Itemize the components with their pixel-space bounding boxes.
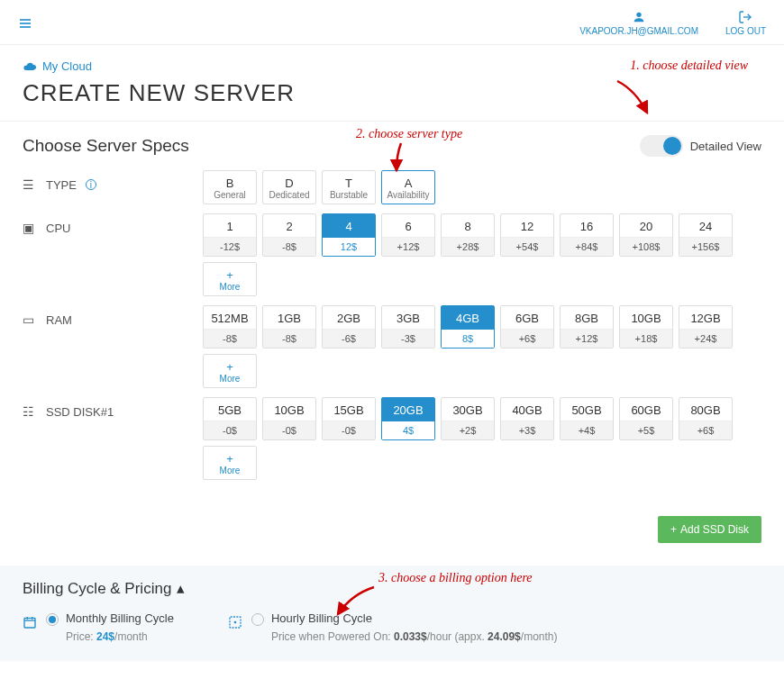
ram-option-6gb[interactable]: 6GB+6$ bbox=[500, 305, 554, 349]
logout-button[interactable]: LOG OUT bbox=[725, 8, 766, 35]
user-email: VKAPOOR.JH@GMAIL.COM bbox=[579, 26, 698, 36]
cpu-option-1[interactable]: 1-12$ bbox=[203, 213, 257, 257]
ssd-option-more[interactable]: +More bbox=[203, 446, 257, 480]
detailed-view-label: Detailed View bbox=[690, 140, 761, 153]
ram-option-12gb[interactable]: 12GB+24$ bbox=[679, 305, 733, 349]
ssd-option-60gb[interactable]: 60GB+5$ bbox=[619, 397, 673, 440]
type-label: TYPE bbox=[46, 178, 77, 192]
ram-option-1gb[interactable]: 1GB-8$ bbox=[262, 305, 316, 349]
ram-option-2gb[interactable]: 2GB-6$ bbox=[322, 305, 376, 349]
ssd-option-10gb[interactable]: 10GB-0$ bbox=[262, 397, 316, 440]
specs-heading: Choose Server Specs bbox=[23, 136, 189, 156]
detailed-view-toggle[interactable] bbox=[640, 135, 683, 157]
cpu-option-2[interactable]: 2-8$ bbox=[262, 213, 316, 257]
spec-row-ram: ▭ RAM 512MB-8$ 1GB-8$ 2GB-6$ 3GB-3$ 4GB8… bbox=[23, 305, 761, 388]
ssd-option-20gb[interactable]: 20GB4$ bbox=[381, 397, 435, 440]
monthly-label: Monthly Billing Cycle bbox=[66, 611, 174, 625]
logout-label: LOG OUT bbox=[725, 26, 766, 36]
billing-section: Billing Cycle & Pricing ▴ 3. choose a bi… bbox=[0, 566, 784, 661]
spec-row-ssd: ☷ SSD DISK#1 5GB-0$ 10GB-0$ 15GB-0$ 20GB… bbox=[23, 397, 761, 480]
cpu-option-12[interactable]: 12+54$ bbox=[500, 213, 554, 257]
cpu-option-6[interactable]: 6+12$ bbox=[381, 213, 435, 257]
cpu-option-24[interactable]: 24+156$ bbox=[679, 213, 733, 257]
chevron-up-icon: ▴ bbox=[177, 579, 185, 598]
ram-option-more[interactable]: +More bbox=[203, 354, 257, 388]
ram-label: RAM bbox=[46, 313, 72, 327]
radio-monthly[interactable] bbox=[46, 613, 59, 626]
monthly-price: Price: 24$/month bbox=[66, 630, 174, 643]
ram-options: 512MB-8$ 1GB-8$ 2GB-6$ 3GB-3$ 4GB8$ 6GB+… bbox=[203, 305, 761, 388]
ssd-options: 5GB-0$ 10GB-0$ 15GB-0$ 20GB4$ 30GB+2$ 40… bbox=[203, 397, 761, 480]
cpu-option-4[interactable]: 412$ bbox=[322, 213, 376, 257]
ram-icon: ▭ bbox=[23, 312, 39, 327]
svg-rect-5 bbox=[24, 618, 35, 628]
ram-option-3gb[interactable]: 3GB-3$ bbox=[381, 305, 435, 349]
billing-heading[interactable]: Billing Cycle & Pricing ▴ bbox=[23, 579, 761, 598]
ssd-option-80gb[interactable]: 80GB+6$ bbox=[679, 397, 733, 440]
cpu-options: 1-12$ 2-8$ 412$ 6+12$ 8+28$ 12+54$ 16+84… bbox=[203, 213, 761, 296]
specs-section: Choose Server Specs Detailed View 2. cho… bbox=[0, 122, 784, 502]
cloud-icon bbox=[23, 59, 37, 74]
ssd-option-50gb[interactable]: 50GB+4$ bbox=[560, 397, 614, 440]
logout-icon bbox=[725, 8, 766, 23]
svg-point-3 bbox=[636, 12, 641, 16]
type-option-b[interactable]: BGeneral bbox=[203, 170, 257, 204]
page-header: My Cloud CREATE NEW SERVER 1. choose det… bbox=[0, 45, 784, 122]
user-menu[interactable]: VKAPOOR.JH@GMAIL.COM bbox=[579, 8, 698, 35]
ram-option-512mb[interactable]: 512MB-8$ bbox=[203, 305, 257, 349]
cpu-icon: ▣ bbox=[23, 221, 39, 235]
billing-hourly[interactable]: Hourly Billing Cycle Price when Powered … bbox=[228, 611, 558, 643]
cpu-label: CPU bbox=[46, 222, 70, 235]
ssd-label: SSD DISK#1 bbox=[46, 405, 114, 419]
menu-icon[interactable] bbox=[18, 12, 32, 32]
cpu-option-more[interactable]: +More bbox=[203, 262, 257, 296]
svg-point-10 bbox=[234, 621, 235, 622]
ram-option-4gb[interactable]: 4GB8$ bbox=[441, 305, 495, 349]
type-option-a[interactable]: AAvailability bbox=[381, 170, 435, 204]
radio-hourly[interactable] bbox=[251, 613, 264, 626]
hourly-label: Hourly Billing Cycle bbox=[271, 611, 558, 625]
hourly-icon bbox=[228, 613, 244, 629]
breadcrumb[interactable]: My Cloud bbox=[23, 59, 761, 74]
add-disk-row: + Add SSD Disk bbox=[0, 502, 784, 557]
add-ssd-disk-button[interactable]: + Add SSD Disk bbox=[658, 516, 761, 543]
ssd-option-40gb[interactable]: 40GB+3$ bbox=[500, 397, 554, 440]
breadcrumb-my-cloud: My Cloud bbox=[42, 59, 92, 73]
hourly-price: Price when Powered On: 0.033$/hour (appx… bbox=[271, 630, 558, 643]
disk-icon: ☷ bbox=[23, 404, 39, 419]
ram-option-8gb[interactable]: 8GB+12$ bbox=[560, 305, 614, 349]
cpu-option-16[interactable]: 16+84$ bbox=[560, 213, 614, 257]
server-icon: ☰ bbox=[23, 177, 39, 192]
type-options: BGeneral DDedicated TBurstable AAvailabi… bbox=[203, 170, 435, 204]
calendar-icon bbox=[23, 613, 39, 629]
plus-icon: + bbox=[670, 523, 677, 536]
cpu-option-20[interactable]: 20+108$ bbox=[619, 213, 673, 257]
info-icon[interactable]: i bbox=[86, 179, 96, 190]
user-icon bbox=[579, 8, 698, 23]
spec-row-type: ☰ TYPE i BGeneral DDedicated TBurstable … bbox=[23, 170, 761, 204]
ssd-option-5gb[interactable]: 5GB-0$ bbox=[203, 397, 257, 440]
billing-monthly[interactable]: Monthly Billing Cycle Price: 24$/month bbox=[23, 611, 174, 643]
type-option-t[interactable]: TBurstable bbox=[322, 170, 376, 204]
add-ssd-label: Add SSD Disk bbox=[680, 523, 749, 536]
ssd-option-15gb[interactable]: 15GB-0$ bbox=[322, 397, 376, 440]
cpu-option-8[interactable]: 8+28$ bbox=[441, 213, 495, 257]
topbar: VKAPOOR.JH@GMAIL.COM LOG OUT bbox=[0, 0, 784, 45]
page-title: CREATE NEW SERVER bbox=[23, 79, 761, 107]
spec-row-cpu: ▣ CPU 1-12$ 2-8$ 412$ 6+12$ 8+28$ 12+54$… bbox=[23, 213, 761, 296]
ssd-option-30gb[interactable]: 30GB+2$ bbox=[441, 397, 495, 440]
type-option-d[interactable]: DDedicated bbox=[262, 170, 316, 204]
ram-option-10gb[interactable]: 10GB+18$ bbox=[619, 305, 673, 349]
